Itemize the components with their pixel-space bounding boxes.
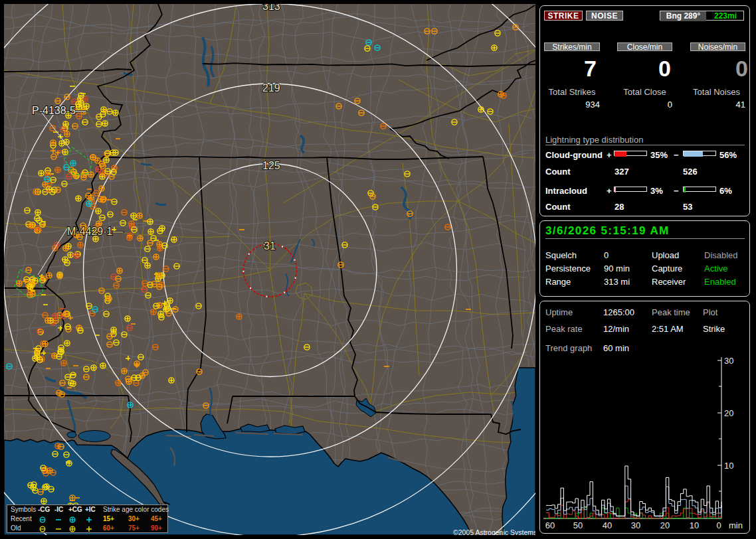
svg-text:313: 313 [262, 4, 280, 12]
svg-text:31: 31 [264, 240, 276, 252]
svg-text:50: 50 [573, 520, 583, 530]
svg-text:30: 30 [724, 356, 733, 366]
svg-text:20: 20 [660, 520, 670, 530]
svg-text:20: 20 [724, 408, 733, 418]
svg-text:10: 10 [724, 461, 733, 471]
svg-text:M-4429-1—: M-4429-1— [67, 226, 123, 237]
svg-text:P-4138-5—: P-4138-5— [32, 105, 86, 116]
svg-text:60: 60 [545, 520, 555, 530]
svg-text:219: 219 [262, 82, 280, 94]
svg-text:30: 30 [631, 520, 640, 530]
svg-text:125: 125 [262, 160, 280, 171]
svg-text:©2005 Astrogenic Systems: ©2005 Astrogenic Systems [453, 528, 535, 535]
svg-text:40: 40 [603, 520, 612, 530]
svg-text:min: min [729, 520, 743, 530]
svg-text:10: 10 [690, 520, 699, 530]
svg-text:0: 0 [716, 520, 721, 530]
